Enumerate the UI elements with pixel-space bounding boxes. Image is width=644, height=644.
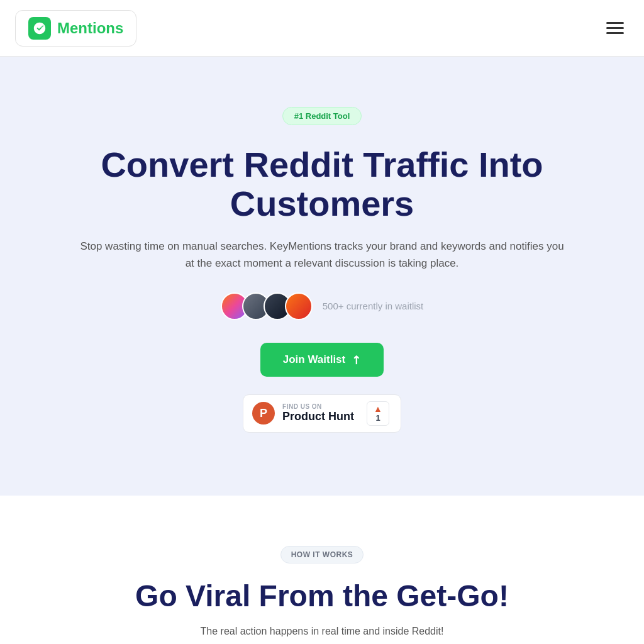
logo-text: Mentions bbox=[57, 19, 123, 37]
how-it-works-subtitle: The real action happens in real time and… bbox=[15, 626, 629, 637]
hero-badge: #1 Reddit Tool bbox=[282, 107, 362, 125]
upvote-arrow-icon: ▲ bbox=[374, 404, 382, 413]
avatars-row: 500+ currently in waitlist bbox=[15, 292, 629, 320]
join-waitlist-label: Join Waitlist bbox=[283, 353, 346, 366]
hero-title: Convert Reddit Traffic Into Customers bbox=[39, 145, 605, 223]
product-hunt-name: Product Hunt bbox=[282, 410, 354, 423]
logo: Mentions bbox=[15, 10, 136, 47]
avatar-4 bbox=[285, 292, 313, 320]
how-it-works-section: HOW IT WORKS Go Viral From the Get-Go! T… bbox=[0, 496, 644, 644]
product-hunt-upvote[interactable]: ▲ 1 bbox=[367, 401, 389, 426]
find-us-label: FIND US ON bbox=[282, 403, 322, 410]
waitlist-count: 500+ currently in waitlist bbox=[323, 301, 424, 311]
hero-section: #1 Reddit Tool Convert Reddit Traffic In… bbox=[0, 57, 644, 496]
how-it-works-badge: HOW IT WORKS bbox=[280, 546, 364, 564]
join-waitlist-button[interactable]: Join Waitlist ↗ bbox=[260, 343, 384, 377]
product-hunt-text: FIND US ON Product Hunt bbox=[282, 403, 354, 423]
hamburger-line-1 bbox=[606, 22, 624, 24]
how-it-works-title: Go Viral From the Get-Go! bbox=[15, 579, 629, 613]
upvote-count: 1 bbox=[375, 413, 380, 423]
hero-subtitle: Stop wasting time on manual searches. Ke… bbox=[77, 238, 567, 272]
product-hunt-logo: P bbox=[252, 402, 275, 425]
hamburger-line-3 bbox=[606, 32, 624, 34]
logo-icon bbox=[28, 17, 51, 40]
navbar: Mentions bbox=[0, 0, 644, 57]
arrow-icon: ↗ bbox=[348, 351, 365, 367]
product-hunt-button[interactable]: P FIND US ON Product Hunt ▲ 1 bbox=[243, 394, 401, 433]
hamburger-menu[interactable] bbox=[601, 17, 629, 39]
hamburger-line-2 bbox=[606, 27, 624, 29]
svg-point-0 bbox=[40, 25, 43, 28]
